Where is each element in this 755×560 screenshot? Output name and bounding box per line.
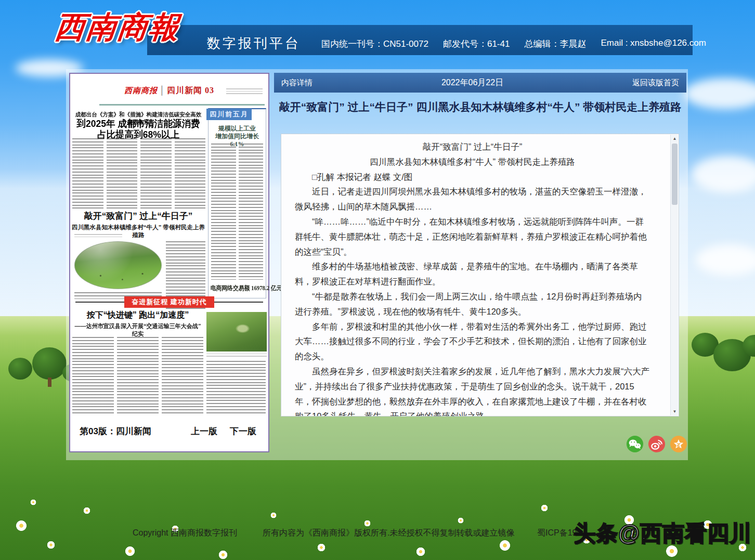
simulated-text (239, 144, 264, 280)
tree-trunk (48, 377, 51, 387)
stats-box-title: 四川前五月 (206, 109, 252, 120)
simulated-text (162, 337, 203, 414)
scrollbar[interactable]: ▲ ▼ (670, 135, 678, 415)
email-label: Email : xnsbshe@126.com (601, 38, 706, 50)
article1-headline[interactable]: 到2025年 成都市清洁能源消费占比提高到68%以上 (74, 118, 203, 140)
article-heading-line1: 敲开“致富门” 过上“牛日子” (295, 139, 650, 154)
newspaper-page-thumbnail[interactable]: 西南商报│四川新闻 03 成都出台《方案》和《措施》构建清洁低碳安全高效能源体系… (69, 73, 269, 452)
simulated-text (72, 337, 114, 414)
platform-title: 数字报刊平台 (207, 34, 301, 53)
qzone-icon[interactable] (670, 435, 687, 453)
simulated-text (206, 354, 267, 358)
next-page-link[interactable]: 下一版 (230, 425, 256, 437)
scrollbar-thumb[interactable] (672, 144, 678, 205)
daisy-flower (47, 541, 55, 549)
article-paragraph: “牛都是散养在牧场上，我们会一周上两三次山，给牛喂点盐，12月份时再赶到养殖场内… (295, 289, 650, 319)
article3-subhead[interactable]: ——达州市宣汉县深入开展“交通运输三年大会战”纪实 (73, 322, 203, 338)
content-detail-label: 内容详情 (281, 78, 313, 88)
banner-line (75, 302, 124, 303)
tree (8, 358, 32, 380)
section-label: 四川新闻 03 (167, 86, 214, 95)
simulated-text (74, 234, 122, 238)
aerial-road-photo (206, 312, 267, 351)
daisy-flower (218, 550, 228, 559)
article3-columns (72, 337, 203, 414)
daisy-flower (541, 504, 548, 512)
footer-copyright: Copyright 西南商报数字报刊 (133, 528, 237, 539)
article-body: 敲开“致富门” 过上“牛日子” 四川黑水县知木林镇维多村“牛人” 带领村民走上养… (281, 134, 670, 416)
wechat-icon[interactable] (626, 435, 644, 453)
masthead-rule (99, 104, 265, 106)
industry-stat-line1: 规模以上工业 (209, 125, 266, 133)
footer-rights: 所有内容为《西南商报》版权所有.未经授权不得复制转载或建立镜像 (263, 528, 514, 539)
masthead-logo: 西南商报 (124, 86, 158, 95)
banner-line (214, 302, 263, 303)
masthead-divider: │ (160, 86, 165, 95)
article2-headline[interactable]: 敲开“致富门” 过上“牛日子” (70, 210, 206, 222)
daisy-flower (83, 507, 90, 514)
tree (32, 347, 67, 380)
simulated-text (107, 138, 138, 209)
content-header-bar: 内容详情 2022年06月22日 返回该版首页 (274, 73, 686, 93)
article-paragraph: 维多村的牛场基地植被茂密、绿草成茵，是养殖牛的宝地。在牛场棚内，晒满了各类草料，… (295, 259, 650, 289)
page-number-label: 第03版：四川新闻 (80, 425, 151, 437)
ecommerce-stat: 电商网络交易额 16978.2 亿元 (211, 284, 264, 293)
postal-code-label: 邮发代号：61-41 (443, 38, 510, 50)
simulated-text (226, 88, 263, 95)
daisy-flower (30, 499, 36, 505)
toutiao-watermark: 头条@西南看四川 (574, 519, 752, 548)
simulated-text (72, 138, 103, 209)
chief-editor-label: 总编辑：李晨赵 (524, 38, 586, 50)
simulated-text (206, 361, 266, 414)
daisy-flower (416, 547, 425, 556)
daisy-flower (499, 540, 511, 551)
simulated-text (211, 144, 236, 280)
slogan-banner: 奋进新征程 建功新时代 (75, 296, 263, 308)
scroll-up-arrow-icon[interactable]: ▲ (671, 135, 679, 142)
share-buttons (626, 435, 687, 453)
sichuan-stats-box[interactable]: 四川前五月 规模以上工业 增加值同比增长 6.1% 电商网络交易额 16978.… (208, 108, 266, 298)
article1-columns (72, 138, 205, 209)
simulated-text (140, 138, 172, 209)
banner-text: 奋进新征程 建功新时代 (124, 296, 214, 308)
article-paragraph: 多年前，罗根波和村里的其他小伙一样，带着对生活的希冀外出务工，他学过厨师、跑过大… (295, 319, 650, 364)
stats-columns (211, 144, 263, 280)
daisy-flower (270, 512, 277, 518)
back-to-page-link[interactable]: 返回该版首页 (632, 78, 679, 88)
article3-headline[interactable]: 按下“快进键” 跑出“加速度” (70, 310, 205, 321)
article-byline: □孔解 本报记者 赵蝶 文/图 (295, 170, 650, 185)
simulated-text (117, 337, 159, 414)
prev-page-link[interactable]: 上一版 (191, 425, 217, 437)
article-paragraph: 近日，记者走进四川阿坝州黑水县知木林镇维多村的牧场，湛蓝的天空像碧玉一样澄澈，微… (295, 184, 650, 214)
article-paragraph: “哞……哞……”临近中午时分，在知木林镇维多村牧场，远远就能听到阵阵牛叫声。一群… (295, 214, 650, 259)
header-info: 国内统一刊号：CN51-0072 邮发代号：61-41 总编辑：李晨赵 Emai… (321, 38, 706, 50)
daisy-flower (125, 546, 135, 556)
weibo-icon[interactable] (648, 435, 666, 453)
simulated-text (175, 138, 206, 209)
daisy-flower (317, 543, 326, 552)
daisy-flower (458, 517, 464, 524)
brand-logo: 西南商報 (53, 7, 182, 48)
article-heading-line2: 四川黑水县知木林镇维多村“牛人” 带领村民走上养殖路 (295, 154, 650, 170)
pasture-photo (74, 241, 162, 289)
daisy-flower (364, 520, 371, 527)
article-content-box: 敲开“致富门” 过上“牛日子” 四川黑水县知木林镇维多村“牛人” 带领村民走上养… (281, 134, 679, 416)
daisy-flower (16, 520, 27, 531)
article-page-title: 敲开“致富门” 过上“牛日子” 四川黑水县知木林镇维多村“牛人” 带领村民走上养… (274, 99, 686, 115)
issue-date: 2022年06月22日 (313, 77, 632, 88)
scroll-down-arrow-icon[interactable]: ▼ (671, 408, 679, 415)
issn-label: 国内统一刊号：CN51-0072 (321, 38, 428, 50)
article-paragraph: 虽然身在异乡，但罗根波时刻关注着家乡的发展，近几年他了解到，黑水大力发展“六大产… (295, 364, 650, 416)
